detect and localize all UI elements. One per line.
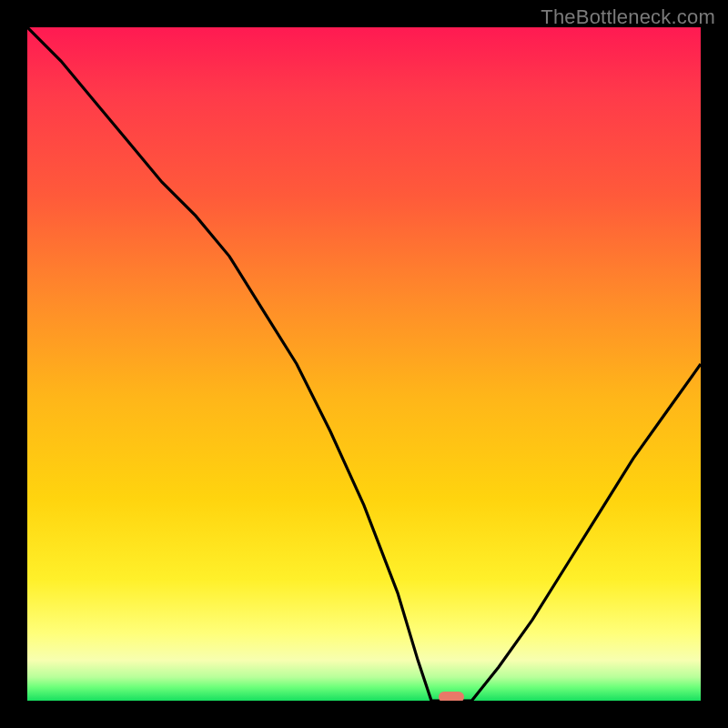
optimal-marker <box>439 692 464 701</box>
plot-area <box>27 27 701 701</box>
chart-container: TheBottleneck.com <box>0 0 728 728</box>
curve-path <box>27 27 701 701</box>
watermark-text: TheBottleneck.com <box>541 5 715 29</box>
bottleneck-curve <box>27 27 701 701</box>
